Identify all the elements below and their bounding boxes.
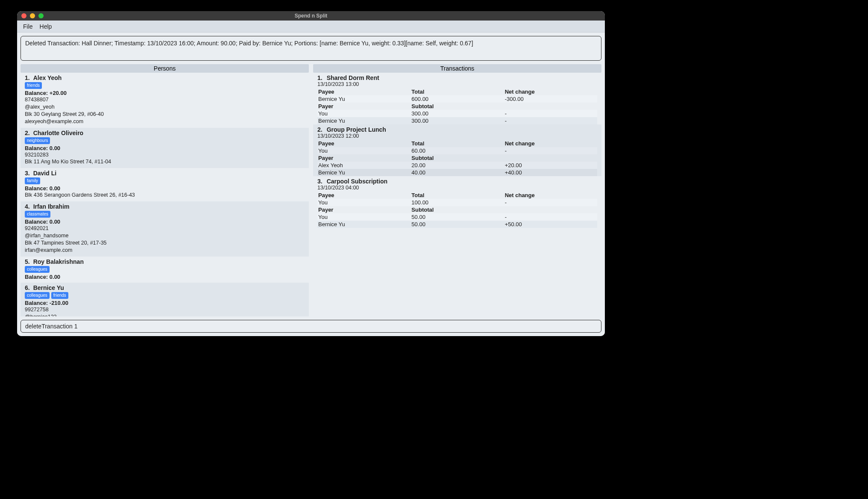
tag: colleagues bbox=[25, 292, 50, 299]
txn-cell: 300.00 bbox=[411, 117, 504, 124]
person-index: 3. bbox=[25, 170, 30, 177]
txn-col-header bbox=[504, 103, 597, 110]
tag: neighbours bbox=[25, 137, 50, 144]
txn-cell: - bbox=[504, 110, 597, 117]
transaction-index: 1. bbox=[317, 74, 323, 81]
tag: family bbox=[25, 177, 40, 184]
person-detail: @irfan_handsome bbox=[25, 232, 305, 239]
titlebar: Spend n Split bbox=[17, 11, 605, 21]
txn-cell: 600.00 bbox=[411, 95, 504, 103]
person-tags: colleagues bbox=[25, 266, 305, 273]
txn-cell: You bbox=[317, 110, 411, 117]
transaction-index: 3. bbox=[317, 178, 323, 185]
txn-cell: Bernice Yu bbox=[317, 221, 411, 228]
txn-col-header: Total bbox=[411, 192, 504, 199]
person-balance: Balance: 0.00 bbox=[25, 185, 305, 192]
person-index: 6. bbox=[25, 284, 30, 291]
person-detail: @alex_yeoh bbox=[25, 103, 305, 111]
txn-col-header: Subtotal bbox=[411, 103, 504, 110]
person-balance: Balance: +20.00 bbox=[25, 90, 305, 96]
txn-cell: 100.00 bbox=[411, 199, 504, 206]
maximize-icon[interactable] bbox=[38, 13, 44, 18]
persons-header: Persons bbox=[21, 64, 309, 73]
person-detail: Blk 47 Tampines Street 20, #17-35 bbox=[25, 239, 305, 247]
person-card[interactable]: 3.David LifamilyBalance: 0.00Blk 436 Ser… bbox=[21, 168, 309, 201]
person-name: Roy Balakrishnan bbox=[33, 258, 84, 265]
transaction-name: Group Project Lunch bbox=[327, 126, 386, 133]
txn-cell: You bbox=[317, 199, 411, 206]
person-name: Bernice Yu bbox=[33, 284, 64, 291]
persons-list[interactable]: 1.Alex YeohfriendsBalance: +20.008743880… bbox=[21, 73, 309, 316]
txn-col-header: Payer bbox=[317, 206, 411, 213]
person-balance: Balance: 0.00 bbox=[25, 218, 305, 225]
txn-col-header: Payee bbox=[317, 140, 411, 147]
txn-col-header: Subtotal bbox=[411, 206, 504, 213]
transactions-panel: Transactions 1.Shared Dorm Rent13/10/202… bbox=[313, 64, 601, 316]
txn-col-header: Subtotal bbox=[411, 154, 504, 162]
txn-cell: - bbox=[504, 117, 597, 124]
person-index: 1. bbox=[25, 74, 30, 81]
txn-col-header bbox=[504, 206, 597, 213]
person-detail: alexyeoh@example.com bbox=[25, 118, 305, 125]
window-title: Spend n Split bbox=[17, 13, 605, 19]
person-card[interactable]: 6.Bernice YucolleaguesfriendsBalance: -2… bbox=[21, 283, 309, 316]
transaction-name: Shared Dorm Rent bbox=[327, 74, 379, 81]
transaction-index: 2. bbox=[317, 126, 323, 133]
transactions-list[interactable]: 1.Shared Dorm Rent13/10/2023 13:00PayeeT… bbox=[313, 73, 601, 316]
tag: classmates bbox=[25, 211, 50, 218]
minimize-icon[interactable] bbox=[30, 13, 35, 18]
transaction-name: Carpool Subscription bbox=[327, 178, 387, 185]
transaction-card[interactable]: 3.Carpool Subscription13/10/2023 04:00Pa… bbox=[313, 176, 601, 228]
person-card[interactable]: 4.Irfan IbrahimclassmatesBalance: 0.0092… bbox=[21, 201, 309, 257]
txn-col-header: Payee bbox=[317, 88, 411, 95]
content-area: Deleted Transaction: Hall Dinner; Timest… bbox=[17, 32, 605, 336]
person-balance: Balance: 0.00 bbox=[25, 274, 305, 280]
person-card[interactable]: 2.Charlotte OliveironeighboursBalance: 0… bbox=[21, 128, 309, 168]
command-input[interactable] bbox=[21, 320, 601, 333]
txn-cell: -300.00 bbox=[504, 95, 597, 103]
person-index: 4. bbox=[25, 203, 30, 210]
tag: friends bbox=[25, 82, 42, 89]
txn-cell: 20.00 bbox=[411, 162, 504, 169]
person-detail: irfan@example.com bbox=[25, 247, 305, 254]
transaction-card[interactable]: 1.Shared Dorm Rent13/10/2023 13:00PayeeT… bbox=[313, 73, 601, 124]
person-detail: 87438807 bbox=[25, 96, 305, 103]
txn-col-header: Total bbox=[411, 88, 504, 95]
person-detail: 99272758 bbox=[25, 306, 305, 313]
command-box bbox=[21, 320, 601, 333]
menu-help[interactable]: Help bbox=[40, 23, 52, 30]
result-display: Deleted Transaction: Hall Dinner; Timest… bbox=[21, 36, 601, 61]
txn-col-header: Payer bbox=[317, 103, 411, 110]
transaction-card[interactable]: 2.Group Project Lunch13/10/2023 12:00Pay… bbox=[313, 124, 601, 176]
txn-col-header: Payer bbox=[317, 154, 411, 162]
person-tags: family bbox=[25, 177, 305, 184]
person-detail: @bernice122 bbox=[25, 313, 305, 317]
txn-cell: 300.00 bbox=[411, 110, 504, 117]
txn-col-header: Total bbox=[411, 140, 504, 147]
transaction-time: 13/10/2023 13:00 bbox=[317, 81, 597, 87]
txn-col-header: Net change bbox=[504, 192, 597, 199]
person-detail: Blk 436 Serangoon Gardens Street 26, #16… bbox=[25, 192, 305, 199]
menubar: File Help bbox=[17, 21, 605, 32]
transaction-time: 13/10/2023 04:00 bbox=[317, 185, 597, 191]
person-card[interactable]: 1.Alex YeohfriendsBalance: +20.008743880… bbox=[21, 73, 309, 128]
txn-col-header: Net change bbox=[504, 88, 597, 95]
txn-cell: You bbox=[317, 147, 411, 154]
person-tags: colleaguesfriends bbox=[25, 292, 305, 299]
txn-cell: +20.00 bbox=[504, 162, 597, 169]
menu-file[interactable]: File bbox=[23, 23, 33, 30]
person-card[interactable]: 5.Roy BalakrishnancolleaguesBalance: 0.0… bbox=[21, 257, 309, 283]
tag: colleagues bbox=[25, 266, 50, 273]
panels: Persons 1.Alex YeohfriendsBalance: +20.0… bbox=[21, 64, 601, 316]
txn-col-header: Net change bbox=[504, 140, 597, 147]
person-tags: friends bbox=[25, 82, 305, 89]
person-name: David Li bbox=[33, 170, 56, 177]
close-icon[interactable] bbox=[21, 13, 26, 18]
person-detail: Blk 30 Geylang Street 29, #06-40 bbox=[25, 111, 305, 118]
txn-cell: 50.00 bbox=[411, 221, 504, 228]
person-index: 2. bbox=[25, 130, 30, 136]
person-balance: Balance: -210.00 bbox=[25, 300, 305, 306]
person-detail: 93210283 bbox=[25, 151, 305, 159]
txn-col-header bbox=[504, 154, 597, 162]
person-name: Irfan Ibrahim bbox=[33, 203, 70, 210]
